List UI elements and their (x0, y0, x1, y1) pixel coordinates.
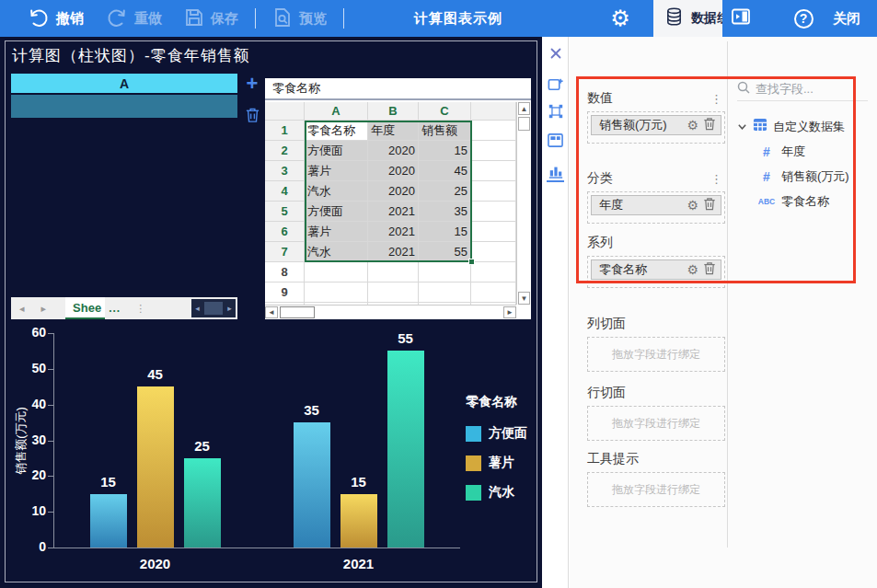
column-header[interactable]: C (419, 102, 471, 121)
cell[interactable]: 销售额 (419, 121, 471, 141)
cell[interactable]: 零食名称 (305, 121, 368, 141)
preview-button[interactable]: 预览 (261, 0, 338, 37)
bar-汽水-2021[interactable] (387, 351, 424, 548)
corner-cell[interactable] (265, 102, 305, 121)
menu-dots-icon[interactable]: ⋮ (708, 92, 725, 106)
field-search-input[interactable]: 查找字段... (737, 79, 868, 101)
scroll-left-button[interactable]: ◄ (265, 306, 278, 318)
cell[interactable]: 薯片 (305, 222, 368, 242)
scroll-up-button[interactable]: ▲ (518, 102, 530, 115)
trash-icon[interactable] (703, 261, 716, 279)
add-widget-icon[interactable] (542, 73, 569, 95)
bar-薯片-2020[interactable] (137, 386, 174, 548)
dataset-node[interactable]: 自定义数据集 (737, 114, 868, 139)
cell[interactable]: 2021 (368, 242, 419, 262)
cell[interactable]: 2020 (368, 161, 419, 181)
bar-薯片-2021[interactable] (340, 494, 377, 548)
cell[interactable]: 方便面 (305, 141, 368, 161)
data-binding-tab[interactable]: 数据绑定 (653, 0, 722, 37)
mini-table-widget[interactable]: A (11, 74, 237, 118)
bar-汽水-2020[interactable] (184, 458, 221, 548)
column-header[interactable]: A (305, 102, 368, 121)
cell[interactable]: 2021 (368, 202, 419, 222)
gear-icon[interactable]: ⚙ (687, 263, 698, 276)
vertical-scrollbar[interactable]: ▲ ▼ (516, 102, 531, 305)
bar-chart[interactable]: 0102030405060销售额(万元)15452520203515552021… (7, 324, 534, 580)
trash-icon[interactable] (703, 197, 716, 214)
field-chip[interactable]: 零食名称⚙ (591, 259, 721, 280)
close-panel-icon[interactable] (542, 42, 569, 64)
cell[interactable] (419, 262, 471, 282)
row-header[interactable]: 2 (265, 141, 305, 161)
cell[interactable]: 2021 (368, 222, 419, 242)
row-header[interactable]: 4 (265, 181, 305, 202)
cell[interactable]: 汽水 (305, 181, 368, 202)
row-header[interactable]: 3 (265, 161, 305, 181)
cell[interactable]: 2020 (368, 181, 419, 202)
cell[interactable]: 方便面 (305, 202, 368, 222)
cell[interactable] (471, 282, 516, 303)
cell[interactable]: 汽水 (305, 242, 368, 262)
legend-item[interactable]: 方便面 (466, 425, 536, 442)
mini-table-column-header[interactable]: A (11, 74, 237, 95)
tab-scroll-right-icon[interactable]: ▸ (224, 299, 236, 317)
vscroll-thumb[interactable] (518, 117, 530, 131)
scroll-right-button[interactable]: ► (503, 306, 516, 318)
horizontal-scrollbar[interactable]: ◄ ► (265, 305, 516, 319)
chart-binding-icon[interactable] (542, 160, 569, 182)
tab-scrollbar[interactable]: ◂ ▸ (191, 299, 236, 317)
cell[interactable] (368, 282, 419, 303)
cell[interactable] (471, 202, 516, 222)
cell[interactable]: 25 (419, 181, 471, 202)
tab-scroll-left-icon[interactable]: ◂ (191, 299, 203, 317)
menu-dots-icon[interactable]: ⋮ (708, 172, 725, 186)
field-item[interactable]: #销售额(万元) (737, 164, 868, 189)
column-header[interactable] (471, 102, 516, 121)
cell[interactable]: 2020 (368, 141, 419, 161)
tab-nav-right-icon[interactable]: ▸ (33, 303, 55, 315)
cell[interactable]: 55 (419, 242, 471, 262)
cell[interactable]: 薯片 (305, 161, 368, 181)
bar-方便面-2020[interactable] (90, 494, 127, 548)
panel-toggle-button[interactable] (722, 0, 759, 37)
cell[interactable] (305, 282, 368, 303)
mini-table-row[interactable] (11, 95, 237, 118)
hscroll-thumb[interactable] (280, 306, 315, 318)
cell[interactable] (368, 262, 419, 282)
bar-方便面-2021[interactable] (294, 422, 330, 548)
formula-bar[interactable]: 零食名称 (265, 78, 531, 100)
add-column-button[interactable]: + (247, 74, 259, 94)
sheet-tab[interactable]: Shee (65, 297, 105, 319)
cell[interactable] (471, 121, 516, 141)
column-header[interactable]: B (368, 102, 419, 121)
cell[interactable]: 35 (419, 202, 471, 222)
dropzone[interactable]: 拖放字段进行绑定 (587, 337, 725, 372)
trash-icon[interactable] (703, 117, 716, 134)
cell[interactable]: 15 (419, 141, 471, 161)
selection-handle[interactable] (468, 259, 475, 265)
spreadsheet-grid[interactable]: ABC1零食名称年度销售额2方便面2020153薯片2020454汽水20202… (265, 102, 516, 305)
row-header[interactable]: 6 (265, 222, 305, 242)
cell[interactable] (471, 262, 516, 282)
row-header[interactable]: 9 (265, 282, 305, 303)
field-item[interactable]: #年度 (737, 139, 868, 164)
tab-nav-left-icon[interactable]: ◂ (11, 303, 33, 315)
cell[interactable]: 15 (419, 222, 471, 242)
row-header[interactable]: 8 (265, 262, 305, 282)
cell[interactable] (471, 242, 516, 262)
tab-scroll-thumb[interactable] (204, 302, 223, 315)
gear-icon[interactable]: ⚙ (687, 119, 698, 132)
row-header[interactable]: 1 (265, 121, 305, 141)
dropzone[interactable]: 零食名称⚙ (587, 256, 725, 288)
row-header[interactable]: 5 (265, 202, 305, 222)
undo-button[interactable]: 撤销 (17, 0, 95, 37)
sheet-tab-more[interactable]: ... (109, 302, 121, 315)
dropzone[interactable]: 年度⚙ (587, 191, 725, 224)
legend-item[interactable]: 汽水 (466, 484, 536, 501)
tab-menu-dots-icon[interactable]: ⋮ (135, 303, 145, 315)
cell[interactable] (305, 262, 368, 282)
settings-button[interactable]: ⚙ (602, 0, 639, 37)
field-chip[interactable]: 年度⚙ (591, 195, 721, 215)
cell[interactable]: 年度 (368, 121, 419, 141)
row-header[interactable]: 7 (265, 242, 305, 262)
